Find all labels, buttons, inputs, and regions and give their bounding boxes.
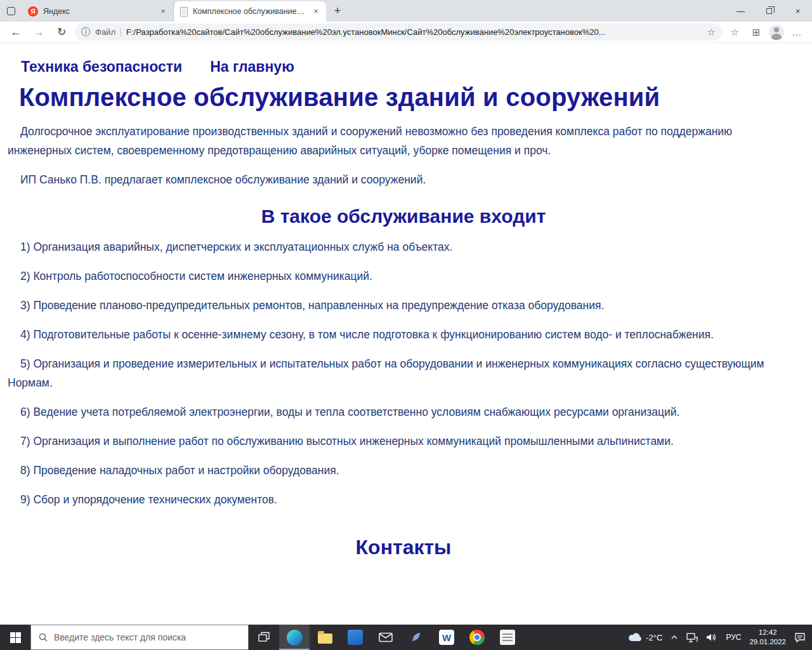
service-item: 6) Ведение учета потребляемой электроэне… [8,402,799,421]
service-item: 1) Организация аварийных, диспетчерских … [8,237,799,256]
tab-current[interactable]: Комплексное обслуживание зд... × [174,1,326,22]
site-nav: Техника безопасности На главную [21,58,799,76]
time-label: 12:42 [759,628,777,637]
page-title: Комплексное обслуживание зданий и сооруж… [19,83,799,112]
word-taskbar-icon[interactable]: W [431,625,462,650]
tab-yandex[interactable]: Я Яндекс × [22,1,174,22]
notes-taskbar-icon[interactable] [401,625,431,650]
weather-widget[interactable]: -2°C [628,633,662,642]
clock[interactable]: 12:42 29.01.2022 [749,628,786,647]
language-indicator[interactable]: РУС [726,633,741,642]
mail-taskbar-icon[interactable] [370,625,401,650]
store-taskbar-icon[interactable] [340,625,370,650]
minimize-button[interactable]: — [726,0,755,22]
offer-paragraph: ИП Санько П.В. предлагает комплексное об… [8,170,799,189]
profile-avatar[interactable] [769,25,784,40]
folder-icon [318,633,332,644]
back-button[interactable]: ← [6,23,25,41]
word-icon: W [439,630,454,645]
browser-tab-bar: Я Яндекс × Комплексное обслуживание зд..… [0,0,812,22]
url-field[interactable]: ⓘ Файл F:/Разработка%20сайтов/Сайт%20обс… [75,23,722,41]
menu-ellipsis-icon[interactable]: … [788,27,806,37]
page-content: Техника безопасности На главную Комплекс… [0,43,812,625]
action-center-icon[interactable] [794,632,806,642]
white-app-icon [500,630,515,645]
search-input[interactable] [54,632,232,642]
info-icon[interactable]: ⓘ [81,27,90,38]
tab-actions-button[interactable] [0,0,22,22]
tab-close-icon[interactable]: × [158,6,168,17]
cloud-icon [628,633,642,642]
yandex-favicon: Я [28,6,38,17]
edge-icon [287,630,303,646]
window-controls: — × [726,0,812,22]
intro-paragraph: Долгосрочное эксплуатирование производст… [8,122,799,160]
chrome-icon [469,630,485,645]
service-item: 2) Контроль работоспособности систем инж… [8,267,799,286]
volume-icon[interactable] [706,633,717,642]
forward-button[interactable]: → [29,23,48,41]
url-scheme-label: Файл [95,27,115,37]
task-view-icon [258,631,270,644]
nav-link-safety[interactable]: Техника безопасности [21,58,182,76]
start-button[interactable] [0,625,30,650]
service-item: 4) Подготовительные работы к осенне-зимн… [8,325,799,344]
refresh-button[interactable]: ↻ [52,23,71,41]
close-window-button[interactable]: × [783,0,812,22]
tab-close-icon[interactable]: × [311,6,321,17]
hidden-icons-chevron[interactable] [671,635,678,640]
chrome-taskbar-icon[interactable] [462,625,492,650]
favorites-icon[interactable]: ☆ [726,27,743,38]
system-tray: -2°C РУС 12:42 29.01.2022 [628,625,812,650]
task-view-button[interactable] [249,625,279,650]
edge-taskbar-icon[interactable] [279,625,310,650]
feather-icon [410,631,422,644]
tab-title: Комплексное обслуживание зд... [193,7,306,16]
taskbar-search[interactable] [30,625,249,650]
explorer-taskbar-icon[interactable] [310,625,340,650]
service-item: 7) Организация и выполнение работ по обс… [8,432,799,451]
restore-button[interactable] [755,0,783,22]
service-item: 9) Сбор и упорядочение технических докум… [8,490,799,509]
service-item: 8) Проведение наладочных работ и настрой… [8,461,799,480]
windows-logo-icon [10,632,21,643]
service-item: 3) Проведение планово-предупредительных … [8,296,799,315]
mail-icon [379,632,393,642]
nav-link-home[interactable]: На главную [210,58,294,76]
date-label: 29.01.2022 [749,637,786,647]
service-item: 5) Организация и проведение измерительны… [8,354,799,392]
add-favorite-icon[interactable]: ☆ [707,27,716,38]
url-divider [121,27,121,37]
tab-title: Яндекс [43,7,153,16]
pinned-app-taskbar-icon[interactable] [492,625,523,650]
contacts-title: Контакты [8,536,799,559]
address-bar: ← → ↻ ⓘ Файл F:/Разработка%20сайтов/Сайт… [0,22,812,43]
collections-icon[interactable]: ⊞ [747,27,765,38]
section-title: В такое обслуживание входит [8,206,799,227]
restore-icon [766,8,772,14]
document-favicon [180,7,188,17]
taskbar-spacer [523,625,628,650]
network-icon[interactable] [686,633,698,642]
new-tab-button[interactable]: + [329,2,346,20]
url-text: F:/Разработка%20сайтов/Сайт%20обслуживан… [126,27,702,37]
tab-actions-icon [7,7,15,15]
search-icon [38,632,48,642]
temperature-label: -2°C [646,633,662,642]
blue-app-icon [348,630,363,645]
taskbar: W -2°C РУС 12:42 29.01.2022 [0,625,812,650]
